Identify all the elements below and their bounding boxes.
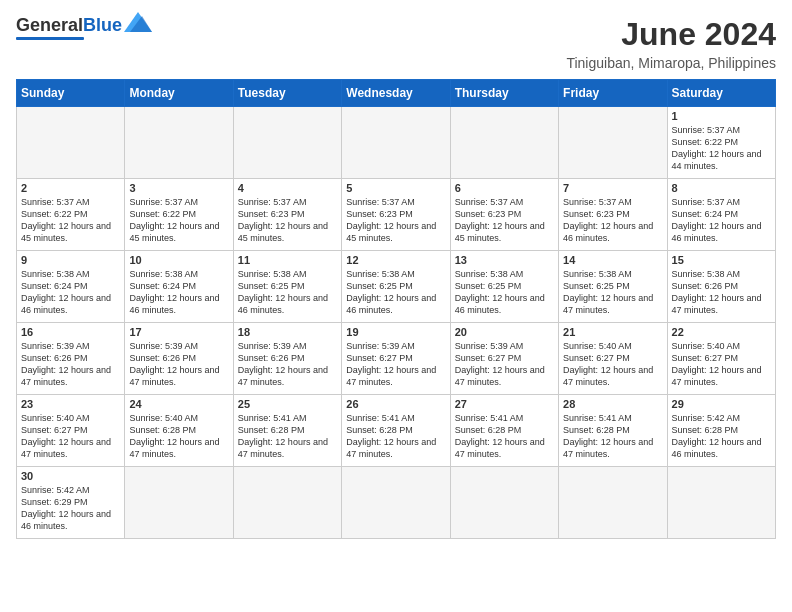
day-cell: 17Sunrise: 5:39 AM Sunset: 6:26 PM Dayli… xyxy=(125,323,233,395)
day-number: 30 xyxy=(21,470,120,482)
day-info: Sunrise: 5:42 AM Sunset: 6:28 PM Dayligh… xyxy=(672,412,771,461)
day-cell xyxy=(125,107,233,179)
day-number: 6 xyxy=(455,182,554,194)
day-cell: 25Sunrise: 5:41 AM Sunset: 6:28 PM Dayli… xyxy=(233,395,341,467)
day-info: Sunrise: 5:41 AM Sunset: 6:28 PM Dayligh… xyxy=(238,412,337,461)
day-cell xyxy=(450,467,558,539)
day-info: Sunrise: 5:40 AM Sunset: 6:28 PM Dayligh… xyxy=(129,412,228,461)
day-cell: 19Sunrise: 5:39 AM Sunset: 6:27 PM Dayli… xyxy=(342,323,450,395)
day-number: 16 xyxy=(21,326,120,338)
day-number: 29 xyxy=(672,398,771,410)
day-number: 12 xyxy=(346,254,445,266)
day-cell xyxy=(450,107,558,179)
day-cell xyxy=(125,467,233,539)
day-info: Sunrise: 5:40 AM Sunset: 6:27 PM Dayligh… xyxy=(21,412,120,461)
column-header-wednesday: Wednesday xyxy=(342,80,450,107)
header: GeneralBlue June 2024 Tiniguiban, Mimaro… xyxy=(16,16,776,71)
day-number: 18 xyxy=(238,326,337,338)
day-info: Sunrise: 5:38 AM Sunset: 6:25 PM Dayligh… xyxy=(563,268,662,317)
column-header-friday: Friday xyxy=(559,80,667,107)
day-cell: 18Sunrise: 5:39 AM Sunset: 6:26 PM Dayli… xyxy=(233,323,341,395)
day-info: Sunrise: 5:41 AM Sunset: 6:28 PM Dayligh… xyxy=(455,412,554,461)
day-info: Sunrise: 5:37 AM Sunset: 6:22 PM Dayligh… xyxy=(21,196,120,245)
day-number: 8 xyxy=(672,182,771,194)
day-cell: 14Sunrise: 5:38 AM Sunset: 6:25 PM Dayli… xyxy=(559,251,667,323)
day-info: Sunrise: 5:38 AM Sunset: 6:25 PM Dayligh… xyxy=(346,268,445,317)
day-cell: 28Sunrise: 5:41 AM Sunset: 6:28 PM Dayli… xyxy=(559,395,667,467)
day-cell: 3Sunrise: 5:37 AM Sunset: 6:22 PM Daylig… xyxy=(125,179,233,251)
day-number: 9 xyxy=(21,254,120,266)
day-info: Sunrise: 5:42 AM Sunset: 6:29 PM Dayligh… xyxy=(21,484,120,533)
day-cell: 11Sunrise: 5:38 AM Sunset: 6:25 PM Dayli… xyxy=(233,251,341,323)
day-cell: 7Sunrise: 5:37 AM Sunset: 6:23 PM Daylig… xyxy=(559,179,667,251)
column-header-tuesday: Tuesday xyxy=(233,80,341,107)
day-cell xyxy=(342,107,450,179)
day-number: 14 xyxy=(563,254,662,266)
week-row-6: 30Sunrise: 5:42 AM Sunset: 6:29 PM Dayli… xyxy=(17,467,776,539)
day-number: 24 xyxy=(129,398,228,410)
day-info: Sunrise: 5:37 AM Sunset: 6:22 PM Dayligh… xyxy=(672,124,771,173)
day-cell: 27Sunrise: 5:41 AM Sunset: 6:28 PM Dayli… xyxy=(450,395,558,467)
day-number: 11 xyxy=(238,254,337,266)
day-number: 13 xyxy=(455,254,554,266)
day-cell: 22Sunrise: 5:40 AM Sunset: 6:27 PM Dayli… xyxy=(667,323,775,395)
column-header-sunday: Sunday xyxy=(17,80,125,107)
day-cell xyxy=(233,467,341,539)
day-info: Sunrise: 5:38 AM Sunset: 6:25 PM Dayligh… xyxy=(455,268,554,317)
day-info: Sunrise: 5:37 AM Sunset: 6:22 PM Dayligh… xyxy=(129,196,228,245)
subtitle: Tiniguiban, Mimaropa, Philippines xyxy=(566,55,776,71)
day-info: Sunrise: 5:39 AM Sunset: 6:26 PM Dayligh… xyxy=(238,340,337,389)
day-cell: 2Sunrise: 5:37 AM Sunset: 6:22 PM Daylig… xyxy=(17,179,125,251)
day-cell: 9Sunrise: 5:38 AM Sunset: 6:24 PM Daylig… xyxy=(17,251,125,323)
main-title: June 2024 xyxy=(566,16,776,53)
week-row-1: 1Sunrise: 5:37 AM Sunset: 6:22 PM Daylig… xyxy=(17,107,776,179)
day-cell: 15Sunrise: 5:38 AM Sunset: 6:26 PM Dayli… xyxy=(667,251,775,323)
day-cell: 5Sunrise: 5:37 AM Sunset: 6:23 PM Daylig… xyxy=(342,179,450,251)
day-cell xyxy=(667,467,775,539)
day-cell xyxy=(559,107,667,179)
column-header-monday: Monday xyxy=(125,80,233,107)
day-cell: 29Sunrise: 5:42 AM Sunset: 6:28 PM Dayli… xyxy=(667,395,775,467)
day-cell: 30Sunrise: 5:42 AM Sunset: 6:29 PM Dayli… xyxy=(17,467,125,539)
day-cell xyxy=(233,107,341,179)
day-number: 23 xyxy=(21,398,120,410)
day-cell: 16Sunrise: 5:39 AM Sunset: 6:26 PM Dayli… xyxy=(17,323,125,395)
logo-text: GeneralBlue xyxy=(16,16,122,36)
day-number: 19 xyxy=(346,326,445,338)
week-row-5: 23Sunrise: 5:40 AM Sunset: 6:27 PM Dayli… xyxy=(17,395,776,467)
day-number: 28 xyxy=(563,398,662,410)
calendar-header-row: SundayMondayTuesdayWednesdayThursdayFrid… xyxy=(17,80,776,107)
title-area: June 2024 Tiniguiban, Mimaropa, Philippi… xyxy=(566,16,776,71)
day-number: 27 xyxy=(455,398,554,410)
day-number: 20 xyxy=(455,326,554,338)
day-info: Sunrise: 5:40 AM Sunset: 6:27 PM Dayligh… xyxy=(672,340,771,389)
day-info: Sunrise: 5:37 AM Sunset: 6:24 PM Dayligh… xyxy=(672,196,771,245)
day-info: Sunrise: 5:38 AM Sunset: 6:24 PM Dayligh… xyxy=(21,268,120,317)
day-cell xyxy=(559,467,667,539)
week-row-4: 16Sunrise: 5:39 AM Sunset: 6:26 PM Dayli… xyxy=(17,323,776,395)
day-info: Sunrise: 5:39 AM Sunset: 6:26 PM Dayligh… xyxy=(21,340,120,389)
day-number: 4 xyxy=(238,182,337,194)
day-cell: 1Sunrise: 5:37 AM Sunset: 6:22 PM Daylig… xyxy=(667,107,775,179)
day-number: 22 xyxy=(672,326,771,338)
day-info: Sunrise: 5:39 AM Sunset: 6:27 PM Dayligh… xyxy=(455,340,554,389)
week-row-2: 2Sunrise: 5:37 AM Sunset: 6:22 PM Daylig… xyxy=(17,179,776,251)
day-info: Sunrise: 5:38 AM Sunset: 6:26 PM Dayligh… xyxy=(672,268,771,317)
day-info: Sunrise: 5:41 AM Sunset: 6:28 PM Dayligh… xyxy=(346,412,445,461)
day-info: Sunrise: 5:37 AM Sunset: 6:23 PM Dayligh… xyxy=(238,196,337,245)
day-number: 3 xyxy=(129,182,228,194)
day-cell xyxy=(17,107,125,179)
day-cell: 8Sunrise: 5:37 AM Sunset: 6:24 PM Daylig… xyxy=(667,179,775,251)
day-cell: 21Sunrise: 5:40 AM Sunset: 6:27 PM Dayli… xyxy=(559,323,667,395)
day-number: 26 xyxy=(346,398,445,410)
day-number: 21 xyxy=(563,326,662,338)
day-cell: 10Sunrise: 5:38 AM Sunset: 6:24 PM Dayli… xyxy=(125,251,233,323)
day-number: 1 xyxy=(672,110,771,122)
day-cell: 24Sunrise: 5:40 AM Sunset: 6:28 PM Dayli… xyxy=(125,395,233,467)
week-row-3: 9Sunrise: 5:38 AM Sunset: 6:24 PM Daylig… xyxy=(17,251,776,323)
day-cell xyxy=(342,467,450,539)
day-info: Sunrise: 5:37 AM Sunset: 6:23 PM Dayligh… xyxy=(346,196,445,245)
day-number: 25 xyxy=(238,398,337,410)
day-info: Sunrise: 5:41 AM Sunset: 6:28 PM Dayligh… xyxy=(563,412,662,461)
day-cell: 23Sunrise: 5:40 AM Sunset: 6:27 PM Dayli… xyxy=(17,395,125,467)
